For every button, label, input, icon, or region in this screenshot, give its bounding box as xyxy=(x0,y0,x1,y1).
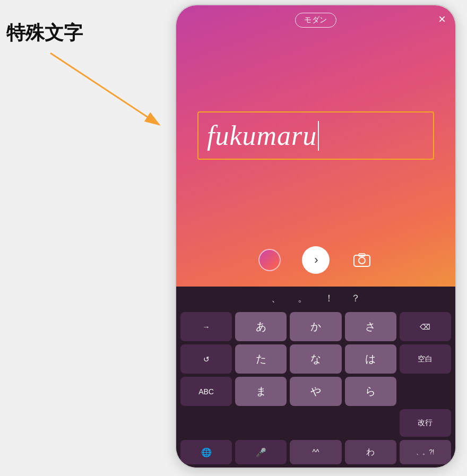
key-arrow-right[interactable]: → xyxy=(180,312,232,341)
close-button[interactable]: × xyxy=(438,13,446,25)
svg-line-1 xyxy=(50,53,159,125)
key-space[interactable]: 空白 xyxy=(400,344,451,374)
text-cursor xyxy=(318,121,319,151)
key-empty-4-2 xyxy=(235,409,287,437)
next-button[interactable]: › xyxy=(302,246,330,274)
quick-symbol-4[interactable]: ？ xyxy=(351,292,360,305)
key-empty-3-5 xyxy=(400,377,451,406)
camera-icon xyxy=(353,253,370,267)
key-ta[interactable]: た xyxy=(235,344,287,374)
key-ra[interactable]: ら xyxy=(345,377,396,406)
key-sa[interactable]: さ xyxy=(345,312,396,341)
quick-symbol-2[interactable]: 。 xyxy=(298,292,307,305)
key-enter[interactable]: 改行 xyxy=(400,409,451,437)
quick-symbol-1[interactable]: 、 xyxy=(271,292,281,305)
next-arrow-icon: › xyxy=(314,253,318,267)
key-undo[interactable]: ↺ xyxy=(180,344,232,374)
key-globe[interactable]: 🌐 xyxy=(180,440,232,464)
key-backspace[interactable]: ⌫ xyxy=(400,312,451,341)
key-empty-4-3 xyxy=(290,409,341,437)
key-a[interactable]: あ xyxy=(235,312,287,341)
key-na[interactable]: な xyxy=(290,344,341,374)
keyboard-area: 、 。 ！ ？ → あ か さ ⌫ ↺ た な は 空白 ABC ま や ら xyxy=(176,287,455,469)
key-ma[interactable]: ま xyxy=(235,377,287,406)
quick-symbol-3[interactable]: ！ xyxy=(324,292,334,305)
camera-button[interactable] xyxy=(351,249,373,271)
key-ha[interactable]: は xyxy=(345,344,396,374)
key-empty-4-4 xyxy=(345,409,396,437)
text-input-value: fukumaru xyxy=(207,120,317,151)
bottom-controls: › xyxy=(176,246,455,274)
text-input-box[interactable]: fukumaru xyxy=(197,111,434,160)
key-ya[interactable]: や xyxy=(290,377,341,406)
annotation-label: 特殊文字 xyxy=(6,20,83,46)
key-wa[interactable]: わ xyxy=(345,440,396,464)
key-ka[interactable]: か xyxy=(290,312,341,341)
key-punctuation[interactable]: 、。?! xyxy=(400,440,451,464)
story-canvas: モダン × fukumaru › xyxy=(176,5,455,287)
key-mic[interactable]: 🎤 xyxy=(235,440,287,464)
key-empty-4-1 xyxy=(180,409,232,437)
svg-point-3 xyxy=(359,257,365,264)
font-style-badge[interactable]: モダン xyxy=(295,13,336,28)
color-picker-dot[interactable] xyxy=(258,249,281,271)
key-abc[interactable]: ABC xyxy=(180,377,232,406)
annotation-arrow xyxy=(45,48,167,133)
key-caret[interactable]: ^^ xyxy=(290,440,341,464)
phone-frame: モダン × fukumaru › 、 xyxy=(175,4,456,469)
quick-symbols-row: 、 。 ！ ？ xyxy=(176,287,455,309)
top-bar: モダン × xyxy=(176,13,455,28)
